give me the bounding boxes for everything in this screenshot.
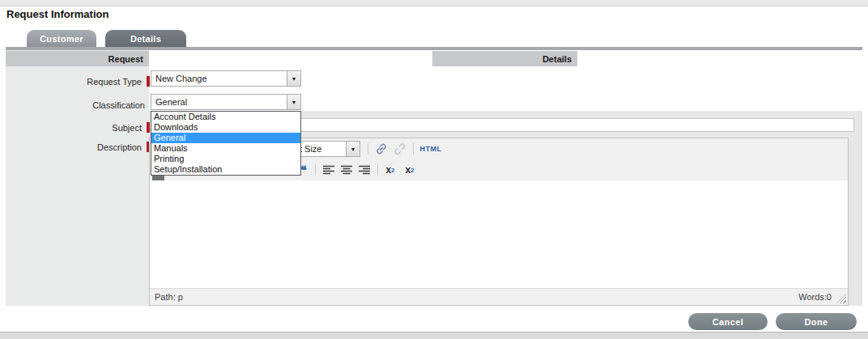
request-type-dropdown-button[interactable]: ▼ bbox=[287, 71, 300, 86]
toolbar-separator bbox=[377, 164, 378, 176]
resize-handle-icon[interactable] bbox=[836, 294, 846, 303]
align-left-icon[interactable] bbox=[321, 162, 337, 178]
tab-details[interactable]: Details bbox=[105, 30, 186, 47]
classification-label: Classification bbox=[48, 100, 145, 110]
request-information-screen: Request Information Customer Details Req… bbox=[0, 0, 868, 339]
chevron-down-icon: ▼ bbox=[291, 76, 297, 82]
done-button-label: Done bbox=[804, 317, 828, 327]
toolbar-separator bbox=[413, 143, 414, 155]
editor-status-bar: Path: p Words:0 bbox=[150, 288, 848, 305]
align-right-icon[interactable] bbox=[356, 162, 372, 178]
classification-option[interactable]: Account Details bbox=[151, 112, 300, 122]
editor-path-label: Path: p bbox=[155, 292, 183, 302]
toolbar-separator bbox=[368, 143, 368, 155]
subscript-icon[interactable]: x2 bbox=[382, 162, 398, 178]
chevron-down-icon: ▼ bbox=[291, 100, 297, 105]
page-title: Request Information bbox=[6, 8, 108, 20]
tab-customer[interactable]: Customer bbox=[27, 30, 96, 47]
tab-customer-label: Customer bbox=[40, 34, 83, 44]
required-marker bbox=[147, 122, 150, 133]
description-label: Description bbox=[45, 142, 142, 152]
superscript-mark: 2 bbox=[411, 167, 414, 174]
classification-value: General bbox=[151, 97, 287, 107]
align-center-icon[interactable] bbox=[338, 162, 355, 178]
superscript-base: x bbox=[405, 164, 411, 176]
subscript-base: x bbox=[385, 164, 391, 176]
description-label-wrap: Description bbox=[45, 139, 150, 154]
toolbar-separator bbox=[315, 164, 316, 176]
classification-option[interactable]: Printing bbox=[151, 154, 300, 164]
remove-link-icon[interactable] bbox=[391, 141, 409, 157]
classification-label-wrap: Classification bbox=[48, 97, 145, 112]
classification-option[interactable]: Manuals bbox=[151, 143, 300, 154]
classification-option[interactable]: Setup/Installation bbox=[151, 164, 300, 175]
request-type-label-wrap: Request Type bbox=[45, 74, 150, 88]
subject-label-wrap: Subject bbox=[45, 120, 150, 134]
required-marker bbox=[147, 76, 150, 87]
request-type-label: Request Type bbox=[45, 77, 142, 87]
request-type-select[interactable]: New Change ▼ bbox=[151, 70, 301, 87]
top-chrome-band bbox=[0, 0, 868, 6]
cancel-button[interactable]: Cancel bbox=[688, 313, 768, 330]
subscript-mark: 2 bbox=[391, 167, 394, 174]
editor-word-count: Words:0 bbox=[798, 292, 832, 302]
section-header-request: Request bbox=[6, 51, 149, 66]
superscript-icon[interactable]: x2 bbox=[402, 162, 418, 178]
font-size-dropdown-button[interactable]: ▼ bbox=[346, 142, 360, 156]
classification-option[interactable]: General bbox=[151, 133, 300, 143]
bottom-chrome-band bbox=[0, 332, 868, 339]
classification-select[interactable]: General ▼ bbox=[151, 94, 301, 110]
description-editor-body[interactable] bbox=[150, 180, 848, 288]
classification-options-list: Account DetailsDownloadsGeneralManualsPr… bbox=[151, 111, 301, 176]
request-type-value: New Change bbox=[151, 74, 287, 83]
chevron-down-icon: ▼ bbox=[351, 146, 356, 152]
form-label-column bbox=[6, 50, 149, 306]
tab-details-label: Details bbox=[130, 34, 161, 44]
insert-link-icon[interactable] bbox=[373, 141, 389, 157]
section-header-details: Details bbox=[432, 51, 577, 66]
classification-option[interactable]: Downloads bbox=[151, 122, 300, 133]
subject-label: Subject bbox=[45, 123, 142, 133]
html-source-button[interactable]: HTML bbox=[418, 141, 444, 157]
cancel-button-label: Cancel bbox=[713, 317, 743, 327]
classification-dropdown-button[interactable]: ▼ bbox=[287, 95, 300, 109]
done-button[interactable]: Done bbox=[776, 313, 857, 330]
